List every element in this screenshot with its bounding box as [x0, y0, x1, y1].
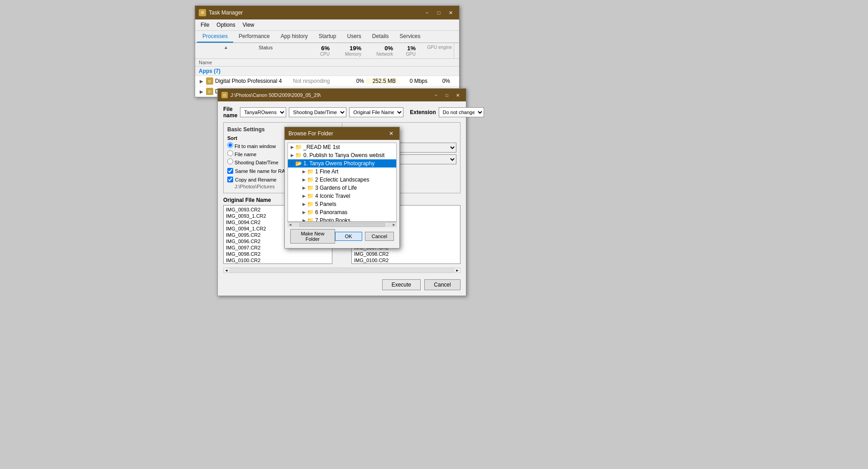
- tree-label-eclectic: 2 Eclectic Landscapes: [315, 177, 369, 183]
- scrollbar[interactable]: [454, 43, 459, 58]
- process-icon-1: D: [206, 77, 213, 85]
- same-file-checkbox[interactable]: [227, 168, 233, 174]
- process-status-1: Not responding: [291, 78, 336, 84]
- dpp4-titlebar: D J:\Photos\Canon 50D\2009\2009_05_29\ −…: [218, 89, 466, 101]
- browse-scroll-track[interactable]: [299, 223, 385, 227]
- dpp4-maximize-button[interactable]: □: [442, 91, 451, 99]
- folder-icon-fine-art: 📁: [307, 168, 314, 175]
- extension-select[interactable]: Do not change: [439, 107, 484, 117]
- browse-h-scrollbar[interactable]: ◄ ►: [288, 222, 397, 227]
- list-item[interactable]: IMG_0100.CR2: [225, 257, 331, 263]
- process-name-1: Digital Photo Professional 4: [215, 78, 291, 84]
- filename-label: File name: [223, 106, 237, 119]
- copy-rename-checkbox[interactable]: [227, 177, 233, 182]
- process-memory-1: 252.5 MB: [366, 78, 398, 84]
- tree-item-photo-books[interactable]: ▶ 📁 7 Photo Books: [288, 216, 396, 222]
- expand-iconic[interactable]: ▶: [301, 194, 307, 198]
- sort-radio-filename[interactable]: [227, 150, 233, 156]
- tree-item-panoramas[interactable]: ▶ 📁 6 Panoramas: [288, 208, 396, 216]
- tree-item-panels[interactable]: ▶ 📁 5 Panels: [288, 200, 396, 208]
- dpp4-minimize-button[interactable]: −: [432, 91, 441, 99]
- tree-item-iconic[interactable]: ▶ 📁 4 Iconic Travel: [288, 192, 396, 200]
- folder-icon-panoramas: 📁: [307, 209, 314, 215]
- process-cpu-1: 0%: [336, 78, 366, 84]
- tab-app-history[interactable]: App history: [275, 31, 313, 43]
- expand-gardens[interactable]: ▶: [301, 186, 307, 190]
- tree-label-fine-art: 1 Fine Art: [315, 168, 338, 175]
- tab-performance[interactable]: Performance: [233, 31, 275, 43]
- expand-panoramas[interactable]: ▶: [301, 210, 307, 215]
- col-cpu-header[interactable]: 6% CPU: [302, 43, 331, 58]
- col-memory-header[interactable]: 19% Memory: [331, 43, 363, 58]
- tab-processes[interactable]: Processes: [197, 31, 233, 43]
- maximize-button[interactable]: □: [434, 9, 444, 17]
- expand-icon-1[interactable]: ▶: [197, 79, 206, 84]
- horizontal-scroll[interactable]: ◄ ►: [223, 268, 460, 273]
- tree-item-publish[interactable]: ▶ 📁 0. Publish to Tanya Owens websit: [288, 151, 396, 159]
- browse-ok-cancel: OK Cancel: [335, 232, 394, 241]
- tree-item-read-me[interactable]: ▶ 📁 _READ ME 1st: [288, 143, 396, 151]
- filename-select[interactable]: TanyaROwens: [240, 107, 286, 117]
- browse-ok-button[interactable]: OK: [335, 232, 362, 241]
- expand-icon-2[interactable]: ▶: [197, 89, 206, 94]
- scroll-left-arrow[interactable]: ◄: [224, 268, 229, 273]
- tab-details[interactable]: Details: [367, 31, 394, 43]
- file-menu[interactable]: File: [197, 20, 213, 29]
- list-item[interactable]: IMG_0101.CR2: [225, 263, 331, 264]
- browse-scroll-right[interactable]: ►: [391, 222, 397, 228]
- expand-fine-art[interactable]: ▶: [301, 169, 307, 174]
- list-item[interactable]: IMG_0101.CR2: [353, 263, 459, 264]
- scroll-track: [229, 268, 455, 273]
- col-name-label[interactable]: Name: [197, 59, 452, 66]
- tree-item-gardens[interactable]: ▶ 📁 3 Gardens of Life: [288, 184, 396, 192]
- sort-radio-fit[interactable]: [227, 142, 233, 148]
- original-select[interactable]: Original File Name: [349, 107, 403, 117]
- tree-item-fine-art[interactable]: ▶ 📁 1 Fine Art: [288, 168, 396, 176]
- browse-close-button[interactable]: ✕: [387, 130, 396, 137]
- tree-item-eclectic[interactable]: ▶ 📁 2 Eclectic Landscapes: [288, 176, 396, 184]
- tree-item-tanya-photography[interactable]: ▼ 📂 1. Tanya Owens Photography: [288, 159, 396, 168]
- browse-dialog-title: Browse For Folder: [288, 130, 333, 137]
- expand-panels[interactable]: ▶: [301, 202, 307, 206]
- col-status-header[interactable]: Status: [257, 43, 302, 58]
- process-row-dpp4[interactable]: ▶ D Digital Photo Professional 4 Not res…: [195, 76, 459, 86]
- col-gpu-engine-header[interactable]: GPU engine: [417, 43, 454, 58]
- browse-titlebar: Browse For Folder ✕: [285, 127, 399, 140]
- cancel-button[interactable]: Cancel: [424, 279, 460, 290]
- options-menu[interactable]: Options: [213, 20, 239, 29]
- folder-icon-read-me: 📁: [295, 144, 302, 150]
- date-select[interactable]: Shooting Date/Time: [289, 107, 346, 117]
- minimize-button[interactable]: −: [422, 9, 432, 17]
- menu-bar: File Options View: [195, 19, 459, 31]
- sort-radio-date[interactable]: [227, 158, 233, 164]
- folder-tree[interactable]: ▶ 📁 _READ ME 1st ▶ 📁 0. Publish to Tanya…: [288, 143, 397, 222]
- list-item[interactable]: IMG_0098.CR2: [225, 251, 331, 257]
- scroll-right-arrow[interactable]: ►: [455, 268, 460, 273]
- dpp4-close-button[interactable]: ✕: [453, 91, 462, 99]
- tab-startup[interactable]: Startup: [313, 31, 342, 43]
- expand-read-me[interactable]: ▶: [289, 145, 295, 149]
- dpp4-window-controls: − □ ✕: [432, 91, 462, 99]
- apps-label: Apps (7): [199, 68, 221, 74]
- make-new-folder-button[interactable]: Make New Folder: [290, 229, 335, 244]
- process-icon-2: D: [206, 88, 213, 95]
- folder-icon-gardens: 📁: [307, 185, 314, 191]
- expand-eclectic[interactable]: ▶: [301, 177, 307, 182]
- browse-scroll-left[interactable]: ◄: [288, 222, 293, 228]
- tree-label-iconic: 4 Iconic Travel: [315, 193, 350, 199]
- process-network-1: 0 Mbps: [398, 78, 429, 84]
- col-gpu-header[interactable]: 1% GPU: [395, 43, 417, 58]
- filename-section: File name TanyaROwens Shooting Date/Time…: [223, 106, 460, 119]
- expand-photo-books[interactable]: ▶: [301, 218, 307, 222]
- view-menu[interactable]: View: [239, 20, 258, 29]
- close-button[interactable]: ✕: [446, 9, 456, 17]
- list-item[interactable]: IMG_0098.CR2: [353, 251, 459, 257]
- expand-publish[interactable]: ▶: [289, 153, 295, 158]
- tab-users[interactable]: Users: [341, 31, 366, 43]
- tab-services[interactable]: Services: [394, 31, 426, 43]
- col-network-header[interactable]: 0% Network: [363, 43, 395, 58]
- list-item[interactable]: IMG_0100.CR2: [353, 257, 459, 263]
- expand-tanya-photography[interactable]: ▼: [289, 161, 295, 166]
- execute-button[interactable]: Execute: [382, 279, 421, 290]
- browse-cancel-button[interactable]: Cancel: [365, 232, 394, 241]
